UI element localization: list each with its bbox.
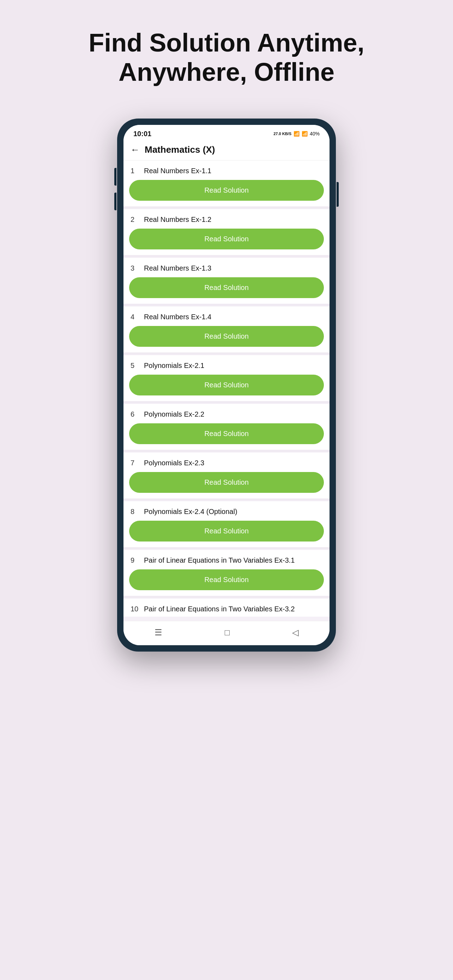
- list-item: 4Real Numbers Ex-1.4Read Solution: [124, 307, 329, 355]
- item-number: 1: [130, 167, 139, 175]
- read-solution-button[interactable]: Read Solution: [129, 180, 324, 201]
- item-number: 5: [130, 361, 139, 370]
- item-number: 4: [130, 313, 139, 321]
- item-title: Real Numbers Ex-1.1: [144, 167, 211, 175]
- list-item: 7Polynomials Ex-2.3Read Solution: [124, 453, 329, 501]
- data-speed: 27.0 KB/S: [273, 132, 291, 136]
- read-solution-button[interactable]: Read Solution: [129, 570, 324, 590]
- volume-up-button: [114, 168, 116, 186]
- read-solution-button[interactable]: Read Solution: [129, 472, 324, 493]
- item-number: 3: [130, 264, 139, 272]
- read-solution-button[interactable]: Read Solution: [129, 277, 324, 298]
- volume-down-button: [114, 192, 116, 210]
- status-time: 10:01: [134, 130, 151, 138]
- read-solution-button[interactable]: Read Solution: [129, 326, 324, 347]
- exercise-list: 1Real Numbers Ex-1.1Read Solution2Real N…: [124, 161, 329, 621]
- list-item: 10Pair of Linear Equations in Two Variab…: [124, 599, 329, 617]
- list-item: 6Polynomials Ex-2.2Read Solution: [124, 404, 329, 452]
- wifi-icon: 📶: [294, 131, 300, 137]
- status-bar: 10:01 27.0 KB/S 📶 📶 40%: [124, 125, 329, 141]
- back-nav-icon[interactable]: ◁: [292, 628, 299, 638]
- list-item: 5Polynomials Ex-2.1Read Solution: [124, 355, 329, 403]
- item-title: Real Numbers Ex-1.3: [144, 264, 211, 272]
- item-title: Pair of Linear Equations in Two Variable…: [144, 605, 295, 613]
- item-number: 10: [130, 605, 139, 613]
- menu-icon[interactable]: ☰: [154, 628, 162, 638]
- item-number: 6: [130, 410, 139, 418]
- item-number: 8: [130, 508, 139, 516]
- item-title: Polynomials Ex-2.3: [144, 459, 204, 467]
- read-solution-button[interactable]: Read Solution: [129, 423, 324, 444]
- item-title: Polynomials Ex-2.4 (Optional): [144, 508, 237, 516]
- phone-mockup: 10:01 27.0 KB/S 📶 📶 40% ← Mathematics (X…: [117, 119, 336, 652]
- item-title: Polynomials Ex-2.1: [144, 361, 204, 370]
- list-item: 9Pair of Linear Equations in Two Variabl…: [124, 550, 329, 598]
- home-icon[interactable]: □: [225, 628, 230, 638]
- list-item: 2Real Numbers Ex-1.2Read Solution: [124, 209, 329, 257]
- item-number: 2: [130, 216, 139, 224]
- read-solution-button[interactable]: Read Solution: [129, 521, 324, 541]
- back-button[interactable]: ←: [130, 144, 140, 155]
- item-title: Real Numbers Ex-1.4: [144, 313, 211, 321]
- list-item: 8Polynomials Ex-2.4 (Optional)Read Solut…: [124, 501, 329, 549]
- list-item: 1Real Numbers Ex-1.1Read Solution: [124, 161, 329, 208]
- status-icons: 27.0 KB/S 📶 📶 40%: [273, 131, 319, 137]
- list-item: 3Real Numbers Ex-1.3Read Solution: [124, 258, 329, 306]
- item-number: 7: [130, 459, 139, 467]
- battery-text: 40%: [310, 131, 319, 137]
- read-solution-button[interactable]: Read Solution: [129, 229, 324, 250]
- power-button: [337, 182, 339, 207]
- read-solution-button[interactable]: Read Solution: [129, 375, 324, 395]
- bottom-nav-bar: ☰ □ ◁: [124, 621, 329, 645]
- item-title: Pair of Linear Equations in Two Variable…: [144, 556, 295, 565]
- item-title: Real Numbers Ex-1.2: [144, 216, 211, 224]
- item-number: 9: [130, 556, 139, 565]
- signal-icon: 📶: [302, 131, 308, 137]
- page-title: Mathematics (X): [145, 144, 215, 155]
- headline: Find Solution Anytime, Anywhere, Offline: [0, 28, 453, 87]
- top-nav: ← Mathematics (X): [124, 141, 329, 161]
- item-title: Polynomials Ex-2.2: [144, 410, 204, 418]
